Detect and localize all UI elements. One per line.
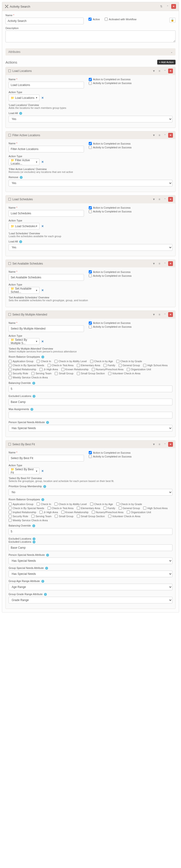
clear-action-type[interactable]: ✕ xyxy=(41,469,44,473)
action-type-select[interactable]: 📁 Select By Best Fit▾ xyxy=(8,468,39,474)
help-icon[interactable]: i xyxy=(45,567,48,569)
action-name-input[interactable] xyxy=(8,210,84,217)
clear-action-type[interactable]: ✕ xyxy=(41,96,44,99)
room-balance-checkbox[interactable] xyxy=(55,372,58,375)
help-icon[interactable]: i xyxy=(32,382,35,384)
clear-action-type[interactable]: ✕ xyxy=(41,224,44,228)
excluded-locations-input[interactable] xyxy=(8,399,173,405)
reorder-icon[interactable]: ≡ xyxy=(157,133,162,137)
room-balance-option[interactable]: General Group xyxy=(119,364,140,367)
room-balance-checkbox[interactable] xyxy=(8,515,12,518)
action-name-input[interactable] xyxy=(8,82,84,88)
room-balance-checkbox[interactable] xyxy=(8,510,12,514)
room-balance-checkbox[interactable] xyxy=(108,372,111,375)
room-balance-option[interactable]: Implied Relationship xyxy=(8,368,36,371)
activity-completed-checkbox[interactable] xyxy=(89,325,92,329)
action-type-select[interactable]: 📁 Load Locations▾ xyxy=(8,95,39,101)
room-balance-checkbox[interactable] xyxy=(8,519,12,522)
remove-select[interactable]: Yes xyxy=(8,180,173,186)
room-balance-option[interactable]: Serving Team xyxy=(31,372,51,375)
room-balance-option[interactable]: Volunteer Check-in Area xyxy=(108,515,141,518)
filter-icon[interactable]: ▼ xyxy=(151,261,156,266)
room-balance-option[interactable]: General Group xyxy=(119,506,140,509)
collapse-icon[interactable]: ⌃ xyxy=(165,4,170,9)
reorder-icon[interactable]: ≡ xyxy=(157,442,162,447)
room-balance-option[interactable]: Application Group xyxy=(8,360,33,363)
help-icon[interactable]: i xyxy=(41,580,44,583)
room-balance-checkbox[interactable] xyxy=(8,372,12,375)
room-balance-option[interactable]: Nursery/Preschool Area xyxy=(92,368,123,371)
room-balance-checkbox[interactable] xyxy=(47,506,51,509)
help-icon[interactable]: i xyxy=(19,112,22,115)
group-age-select[interactable]: Age Range xyxy=(8,584,173,590)
collapse-icon[interactable]: ⌃ xyxy=(163,312,168,317)
action-name-input[interactable] xyxy=(8,146,84,152)
room-balance-option[interactable]: Elementary Area xyxy=(77,364,100,367)
room-balance-option[interactable]: Small Group xyxy=(55,372,73,375)
activity-completed-checkbox[interactable] xyxy=(89,455,92,458)
help-icon[interactable]: i xyxy=(20,176,23,179)
room-balance-option[interactable]: Check in By Special Needs xyxy=(8,364,44,367)
room-balance-option[interactable]: Application Group xyxy=(8,502,33,505)
room-balance-option[interactable]: Family xyxy=(104,364,115,367)
delete-icon[interactable]: ✕ xyxy=(168,133,173,137)
room-balance-checkbox[interactable] xyxy=(37,360,40,363)
room-balance-checkbox[interactable] xyxy=(77,372,80,375)
room-balance-checkbox[interactable] xyxy=(143,506,146,509)
activity-completed-checkbox[interactable] xyxy=(89,274,92,277)
room-balance-checkbox[interactable] xyxy=(104,364,107,367)
reorder-icon[interactable]: ≡ xyxy=(157,261,162,266)
reorder-icon[interactable]: ≡ xyxy=(157,197,162,202)
room-balance-checkbox[interactable] xyxy=(8,376,12,379)
room-balance-checkbox[interactable] xyxy=(108,515,111,518)
room-balance-checkbox[interactable] xyxy=(90,360,93,363)
help-icon[interactable]: i xyxy=(41,498,44,501)
room-balance-option[interactable]: Jr High Area xyxy=(39,510,58,514)
help-icon[interactable]: i xyxy=(32,524,35,527)
room-balance-checkbox[interactable] xyxy=(116,502,119,505)
action-type-select[interactable]: 📁 Set Available Sched...▾ xyxy=(8,287,39,293)
action-type-select[interactable]: 📁 Load Schedules▾ xyxy=(8,223,39,229)
active-checkbox[interactable] xyxy=(88,18,92,21)
filter-icon[interactable]: ▼ xyxy=(151,442,156,447)
balancing-override-input[interactable] xyxy=(8,385,173,392)
room-balance-checkbox[interactable] xyxy=(39,368,43,371)
completed-success-checkbox[interactable] xyxy=(89,270,92,273)
collapse-icon[interactable]: ⌃ xyxy=(163,261,168,266)
room-balance-checkbox[interactable] xyxy=(8,506,12,509)
action-name-input[interactable] xyxy=(8,274,84,281)
room-balance-option[interactable]: Implied Relationship xyxy=(8,510,36,514)
add-action-button[interactable]: + Add Action xyxy=(157,60,176,65)
room-balance-checkbox[interactable] xyxy=(61,510,65,514)
room-balance-checkbox[interactable] xyxy=(90,502,93,505)
filter-icon[interactable]: ▼ xyxy=(151,312,156,317)
room-balance-option[interactable]: Elementary Area xyxy=(77,506,100,509)
completed-success-checkbox[interactable] xyxy=(89,206,92,209)
room-balance-option[interactable]: Check In xyxy=(37,502,51,505)
help-icon[interactable]: i xyxy=(41,355,44,359)
collapse-icon[interactable]: ⌃ xyxy=(163,133,168,137)
collapse-icon[interactable]: ⌃ xyxy=(163,442,168,447)
room-balance-checkbox[interactable] xyxy=(92,368,95,371)
room-balance-checkbox[interactable] xyxy=(127,510,130,514)
help-icon[interactable]: i xyxy=(33,395,35,398)
room-balance-option[interactable]: High School Area xyxy=(143,364,168,367)
room-balance-checkbox[interactable] xyxy=(8,502,12,505)
balancing-override-input[interactable] xyxy=(8,528,173,535)
room-balance-checkbox[interactable] xyxy=(37,502,40,505)
filter-icon[interactable]: ▼ xyxy=(151,133,156,137)
room-balance-option[interactable]: Serving Team xyxy=(31,515,51,518)
action-type-select[interactable]: 📁 Select By Multiple S...▾ xyxy=(8,338,39,345)
room-balance-option[interactable]: Check in by Grade xyxy=(116,360,142,363)
room-balance-checkbox[interactable] xyxy=(77,515,80,518)
help-icon[interactable]: i xyxy=(30,408,33,411)
room-balance-checkbox[interactable] xyxy=(31,372,35,375)
completed-success-checkbox[interactable] xyxy=(89,142,92,145)
completed-success-checkbox[interactable] xyxy=(89,78,92,81)
delete-icon[interactable]: ✕ xyxy=(168,261,173,266)
room-balance-option[interactable]: Weekly Service Check-in Area xyxy=(8,519,48,522)
room-balance-option[interactable]: Check in by Ability Level xyxy=(55,360,87,363)
collapse-icon[interactable]: ⌃ xyxy=(163,197,168,202)
room-balance-option[interactable]: Weekly Service Check-in Area xyxy=(8,376,48,379)
activity-completed-checkbox[interactable] xyxy=(89,146,92,149)
